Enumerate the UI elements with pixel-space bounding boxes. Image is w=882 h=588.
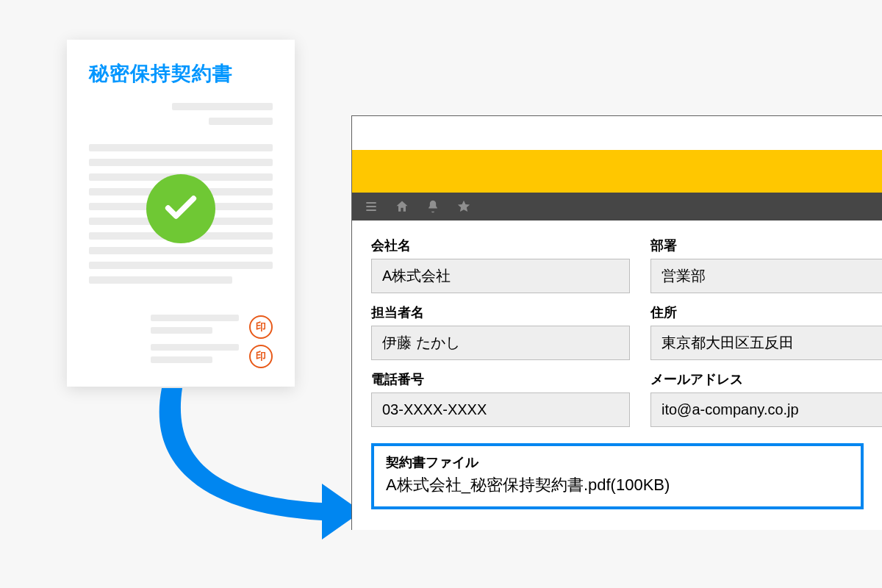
company-input[interactable]: A株式会社 [371,259,630,293]
bell-icon[interactable] [426,199,440,214]
signature-line-group [151,344,239,369]
stamp-section: 印 印 [89,310,273,369]
field-company: 会社名 A株式会社 [371,237,630,293]
field-phone: 電話番号 03-XXXX-XXXX [371,370,630,427]
form-body: 会社名 A株式会社 部署 営業部 担当者名 伊藤 たかし 住所 東京都大田区五反… [352,220,882,530]
flow-arrow [103,375,368,551]
department-input[interactable]: 営業部 [650,259,882,293]
field-label: 会社名 [371,237,630,254]
signature-line-group [151,315,239,340]
address-input[interactable]: 東京都大田区五反田 [650,326,882,360]
field-person: 担当者名 伊藤 たかし [371,304,630,360]
field-label: 住所 [650,304,882,321]
check-icon [162,188,200,229]
field-label: 担当者名 [371,304,630,321]
document-card: 秘密保持契約書 印 印 [67,40,295,387]
window-header-bar [352,150,882,193]
field-label: 電話番号 [371,370,630,388]
field-address: 住所 東京都大田区五反田 [650,304,882,360]
document-title: 秘密保持契約書 [89,60,273,87]
person-input[interactable]: 伊藤 たかし [371,326,630,360]
document-header-lines [89,103,273,132]
email-input[interactable]: ito@a-company.co.jp [650,392,882,427]
home-icon[interactable] [395,199,409,214]
phone-input[interactable]: 03-XXXX-XXXX [371,392,630,427]
window-titlebar [352,116,882,150]
field-label: 契約書ファイル [386,453,849,471]
menu-icon[interactable] [364,199,379,214]
star-icon[interactable] [456,199,471,214]
contract-file-field[interactable]: 契約書ファイル A株式会社_秘密保持契約書.pdf(100KB) [371,443,864,509]
attached-file-name: A株式会社_秘密保持契約書.pdf(100KB) [386,474,849,496]
window-toolbar [352,193,882,220]
stamp-icon: 印 [249,345,273,368]
field-label: メールアドレス [650,370,882,388]
app-window: 会社名 A株式会社 部署 営業部 担当者名 伊藤 たかし 住所 東京都大田区五反… [351,115,882,530]
check-badge [146,174,215,243]
field-email: メールアドレス ito@a-company.co.jp [650,370,882,427]
field-department: 部署 営業部 [650,237,882,293]
stamp-icon: 印 [249,315,273,339]
document-body-lines [89,144,273,291]
field-label: 部署 [650,237,882,254]
